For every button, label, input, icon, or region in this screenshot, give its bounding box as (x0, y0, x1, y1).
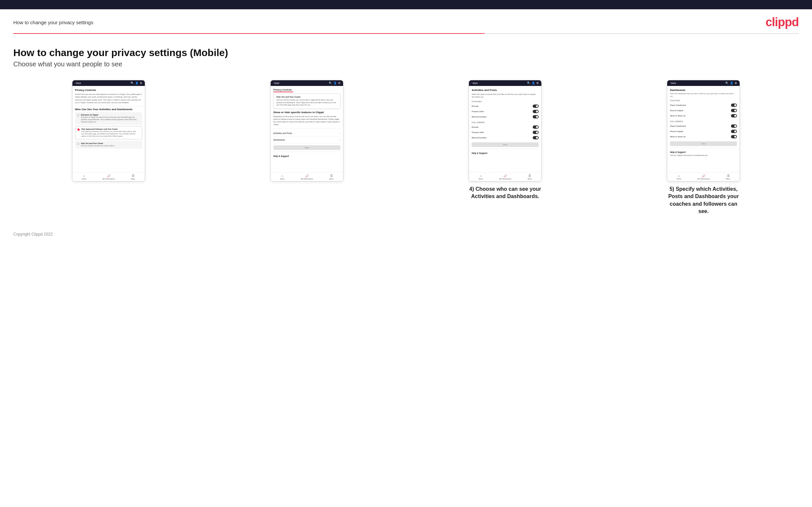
popup-card: Only You and Your Coach Only you and the… (273, 94, 341, 109)
popup-text: Only you and the coaches you connect wit… (276, 99, 338, 107)
header-title: How to change your privacy settings (13, 19, 93, 25)
coaches-round-insights: Round Insights (670, 108, 737, 113)
save-button-3[interactable]: Save (471, 143, 539, 147)
topbar-icons-4: 🔍 👤 ⚙ (725, 81, 737, 84)
toggle-followers-player[interactable] (731, 124, 737, 128)
search-icon-4[interactable]: 🔍 (725, 81, 729, 84)
followers-work-on: What To Work On (670, 134, 737, 139)
phone-mockup-2: ‹ Back 🔍 👤 ⚙ Privacy Controls Only You a… (270, 80, 343, 181)
profile-icon[interactable]: 👤 (135, 81, 139, 84)
nav-performance-1[interactable]: 📈 My Performance (103, 174, 115, 180)
back-button-1[interactable]: ‹ Back (75, 82, 81, 84)
performance-icon-4: 📈 (702, 174, 705, 177)
search-icon[interactable]: 🔍 (131, 81, 134, 84)
back-button-3[interactable]: ‹ Back (471, 82, 477, 84)
menu-icon-4: ☰ (727, 174, 730, 177)
radio-approved[interactable]: Only Approved Followers and Your Coach O… (75, 126, 142, 139)
page-subheading: Choose what you want people to see (13, 60, 799, 68)
toggle-followers-insights[interactable] (731, 130, 737, 133)
top-decorative-bar (0, 0, 812, 9)
screen1-subsection: Who Can See Your Activities and Dashboar… (75, 108, 142, 111)
screen1-section-title: Privacy Controls (75, 89, 142, 92)
profile-icon-4[interactable]: 👤 (730, 81, 733, 84)
phone-bottom-nav-2: ⌂ Home 📈 My Performance ☰ Menu (271, 172, 343, 181)
phone-mockup-4: ‹ Back 🔍 👤 ⚙ Dashboards Select the dashb… (667, 80, 740, 181)
settings-icon[interactable]: ⚙ (140, 81, 142, 84)
phone-topbar-1: ‹ Back 🔍 👤 ⚙ (72, 80, 145, 86)
privacy-tab-label[interactable]: Privacy Controls (273, 89, 292, 92)
coaches-manual: Manual Activities (471, 114, 539, 119)
phone-bottom-nav-1: ⌂ Home 📈 My Performance ☰ Menu (72, 172, 145, 181)
nav-menu-4[interactable]: ☰ Menu (726, 174, 730, 180)
nav-menu-2[interactable]: ☰ Menu (329, 174, 334, 180)
home-icon-4: ⌂ (678, 174, 680, 177)
coaches-rounds: Rounds (471, 104, 539, 109)
phone-topbar-3: ‹ Back 🔍 👤 ⚙ (469, 80, 541, 86)
menu-icon-2: ☰ (330, 174, 333, 177)
radio-label-3: Only You and Your Coach (81, 143, 115, 144)
home-icon-2: ⌂ (281, 174, 283, 177)
nav-menu-3[interactable]: ☰ Menu (528, 174, 532, 180)
radio-circle-2 (78, 128, 80, 131)
nav-home-3[interactable]: ⌂ Home (478, 174, 483, 180)
menu-dashboards-label: Dashboards (273, 139, 285, 141)
settings-icon-2[interactable]: ⚙ (338, 81, 341, 84)
footer: Copyright Clippd 2022 (0, 225, 812, 243)
save-button-2[interactable]: Save (273, 145, 341, 150)
home-icon: ⌂ (83, 174, 85, 177)
phone-topbar-4: ‹ Back 🔍 👤 ⚙ (667, 80, 740, 86)
toggle-followers-manual[interactable] (533, 136, 539, 139)
toggle-coaches-drills[interactable] (533, 110, 539, 113)
radio-everyone[interactable]: Everyone on Clippd Everyone on Clippd ca… (75, 112, 142, 125)
settings-icon-4[interactable]: ⚙ (734, 81, 737, 84)
back-button-4[interactable]: ‹ Back (670, 82, 676, 84)
nav-home-4[interactable]: ⌂ Home (677, 174, 681, 180)
nav-home-1[interactable]: ⌂ Home (82, 174, 86, 180)
topbar-icons-3: 🔍 👤 ⚙ (527, 81, 539, 84)
back-button-2[interactable]: ‹ Back (273, 82, 279, 84)
toggle-followers-workon[interactable] (731, 135, 737, 138)
toggle-coaches-workon[interactable] (731, 114, 737, 117)
help-support-2: Help & Support (273, 154, 341, 158)
nav-performance-2[interactable]: 📈 My Performance (301, 174, 313, 180)
radio-desc-3: Only you and the coaches you connect wit… (81, 145, 115, 147)
popup-title: Only You and Your Coach (276, 96, 338, 98)
followers-manual: Manual Activities (471, 135, 539, 140)
followers-player-dash: Player Dashboard (670, 123, 737, 129)
nav-menu-1[interactable]: ☰ Menu (131, 174, 136, 180)
nav-performance-4[interactable]: 📈 My Performance (698, 174, 710, 180)
toggle-followers-drills[interactable] (533, 131, 539, 134)
settings-icon-3[interactable]: ⚙ (536, 81, 539, 84)
copyright: Copyright Clippd 2022 (13, 232, 53, 237)
main-content: How to change your privacy settings (Mob… (0, 34, 812, 225)
nav-home-2[interactable]: ⌂ Home (280, 174, 284, 180)
menu-dashboards[interactable]: Dashboards › (273, 137, 341, 143)
screenshot-group-3: ‹ Back 🔍 👤 ⚙ Activities and Posts Select… (410, 80, 601, 201)
performance-icon-2: 📈 (305, 174, 309, 177)
toggle-followers-rounds[interactable] (533, 125, 539, 129)
toggle-coaches-rounds[interactable] (533, 105, 539, 108)
menu-activities[interactable]: Activities and Posts › (273, 130, 341, 137)
phone-mockup-1: ‹ Back 🔍 👤 ⚙ Privacy Controls Control ho… (72, 80, 145, 181)
toggle-coaches-manual[interactable] (533, 115, 539, 118)
profile-icon-2[interactable]: 👤 (334, 81, 337, 84)
radio-only-you[interactable]: Only You and Your Coach Only you and the… (75, 141, 142, 149)
page-heading: How to change your privacy settings (Mob… (13, 47, 799, 58)
nav-performance-3[interactable]: 📈 My Performance (499, 174, 511, 180)
toggle-coaches-player[interactable] (731, 104, 737, 107)
followers-round-insights: Round Insights (670, 129, 737, 134)
toggle-coaches-insights[interactable] (731, 109, 737, 112)
radio-label-1: Everyone on Clippd (81, 114, 140, 116)
screenshots-row: ‹ Back 🔍 👤 ⚙ Privacy Controls Control ho… (13, 80, 799, 215)
screen4-title: Dashboards (670, 89, 737, 92)
search-icon-2[interactable]: 🔍 (329, 81, 332, 84)
save-button-4[interactable]: Save (670, 142, 737, 146)
profile-icon-3[interactable]: 👤 (532, 81, 535, 84)
radio-label-2: Only Approved Followers and Your Coach (81, 128, 140, 130)
radio-desc-2: Only approved followers and coaches you … (81, 130, 140, 137)
menu-icon-3: ☰ (528, 174, 531, 177)
phone-bottom-nav-3: ⌂ Home 📈 My Performance ☰ Menu (469, 172, 541, 181)
search-icon-3[interactable]: 🔍 (527, 81, 530, 84)
screenshot-group-2: ‹ Back 🔍 👤 ⚙ Privacy Controls Only You a… (211, 80, 402, 185)
menu-activities-label: Activities and Posts (273, 132, 292, 134)
